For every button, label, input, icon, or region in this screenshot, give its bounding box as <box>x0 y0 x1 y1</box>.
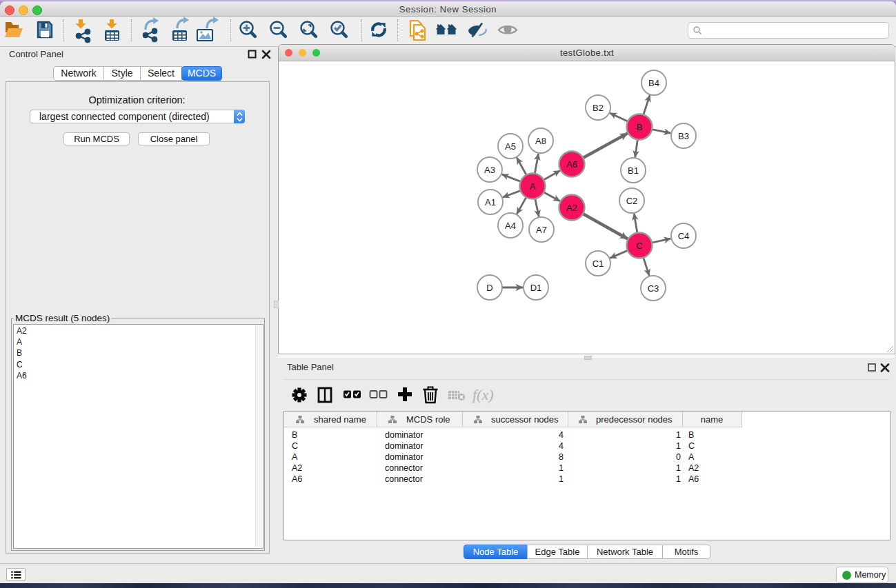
svg-text:A4: A4 <box>505 221 516 231</box>
svg-text:f(x): f(x) <box>472 386 494 403</box>
svg-text:C3: C3 <box>648 283 659 294</box>
svg-text:C1: C1 <box>593 258 604 269</box>
svg-text:B4: B4 <box>648 78 659 88</box>
svg-text:B3: B3 <box>678 131 689 141</box>
svg-text:A6: A6 <box>566 159 577 170</box>
svg-text:D1: D1 <box>530 283 542 293</box>
svg-text:D: D <box>486 283 492 293</box>
svg-text:B: B <box>637 122 643 132</box>
svg-text:C: C <box>636 241 642 251</box>
svg-text:C2: C2 <box>626 196 638 206</box>
svg-text:A3: A3 <box>484 165 495 175</box>
svg-text:A7: A7 <box>536 225 547 235</box>
svg-text:A5: A5 <box>505 141 516 152</box>
svg-text:B1: B1 <box>628 165 639 176</box>
svg-text:A8: A8 <box>535 136 546 146</box>
svg-text:A1: A1 <box>485 197 496 207</box>
svg-text:C4: C4 <box>678 231 690 241</box>
svg-text:B2: B2 <box>593 103 604 113</box>
svg-text:A2: A2 <box>566 203 577 213</box>
svg-text:A: A <box>530 181 536 192</box>
